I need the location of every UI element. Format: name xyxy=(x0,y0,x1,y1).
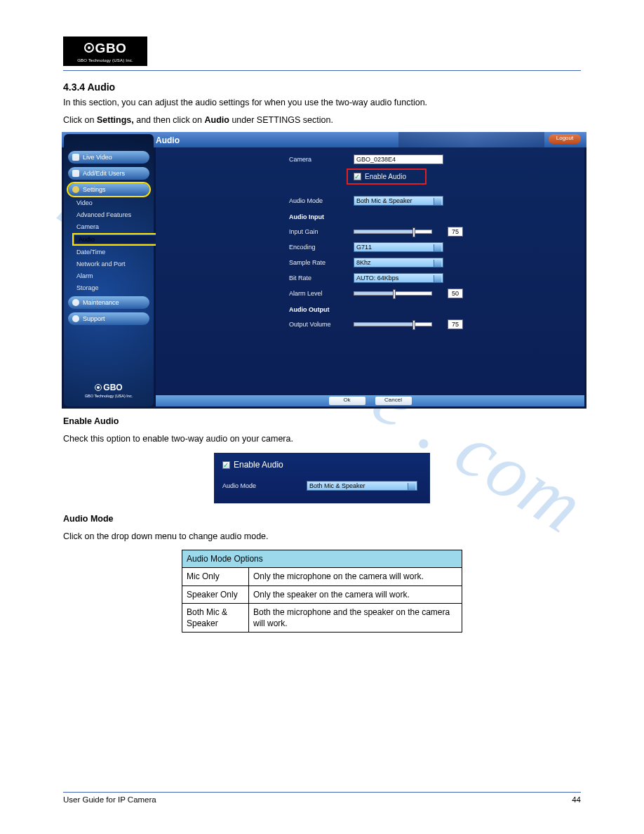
brand-logo: GBO GBO Technology (USA) Inc. xyxy=(63,37,147,66)
footer-title: User Guide for IP Camera xyxy=(63,795,156,806)
sample-rate-select[interactable]: 8Khz xyxy=(354,258,443,267)
output-volume-value[interactable]: 75 xyxy=(448,319,463,329)
table-row: Both Mic & SpeakerBoth the microphone an… xyxy=(182,603,462,632)
subnav-camera[interactable]: Camera xyxy=(76,223,154,231)
alarm-level-value[interactable]: 50 xyxy=(448,289,463,298)
subnav-audio[interactable]: Audio xyxy=(74,234,163,244)
enable-audio-checkbox-small[interactable] xyxy=(222,461,230,469)
content-panel: Camera GBO_0238E4 Enable Audio Audio Mod… xyxy=(156,147,584,406)
logout-button[interactable]: Logout xyxy=(549,134,581,144)
output-volume-slider[interactable] xyxy=(354,322,432,326)
enable-audio-text: Check this option to enable two-way audi… xyxy=(63,433,581,445)
table-header: Audio Mode Options xyxy=(182,550,462,568)
bit-rate-label: Bit Rate xyxy=(289,274,344,282)
nav-settings[interactable]: Settings xyxy=(68,183,149,196)
input-gain-value[interactable]: 75 xyxy=(448,227,463,237)
camera-label: Camera xyxy=(289,155,344,164)
intro-paragraph-1: In this section, you can adjust the audi… xyxy=(63,97,581,109)
audio-mode-select[interactable]: Both Mic & Speaker xyxy=(354,196,443,206)
nav-maintenance[interactable]: Maintenance xyxy=(68,296,149,309)
cancel-button[interactable]: Cancel xyxy=(375,397,412,405)
page-number: 44 xyxy=(572,795,581,806)
bit-rate-select[interactable]: AUTO: 64Kbps xyxy=(354,273,443,283)
subnav-alarm[interactable]: Alarm xyxy=(76,272,154,280)
wrench-icon xyxy=(72,299,79,306)
gear-icon xyxy=(72,186,79,193)
encoding-label: Encoding xyxy=(289,243,344,251)
subnav-network-port[interactable]: Network and Port xyxy=(76,260,154,268)
output-volume-label: Output Volume xyxy=(289,320,344,329)
sidebar: Live Video Add/Edit Users Settings Video… xyxy=(64,134,154,406)
subnav-storage[interactable]: Storage xyxy=(76,284,154,292)
subnav-date-time[interactable]: Date/Time xyxy=(76,248,154,256)
ok-button[interactable]: Ok xyxy=(329,397,365,405)
input-gain-label: Input Gain xyxy=(289,227,344,236)
enable-audio-label-small: Enable Audio xyxy=(234,459,283,470)
audio-mode-text: Click on the drop down menu to change au… xyxy=(63,531,581,543)
sidebar-brand-logo: GBO GBO Technology (USA) Inc. xyxy=(64,382,154,399)
subnav-video[interactable]: Video xyxy=(76,199,154,207)
audio-mode-heading: Audio Mode xyxy=(63,513,581,525)
user-icon xyxy=(72,170,79,177)
audio-mode-label: Audio Mode xyxy=(289,197,344,205)
header-image xyxy=(398,132,544,147)
enable-audio-label: Enable Audio xyxy=(365,172,406,182)
audio-settings-screenshot: Audio Logout Live Video Add/Edit Users S… xyxy=(62,132,586,409)
table-row: Speaker OnlyOnly the speaker on the came… xyxy=(182,585,462,603)
audio-mode-options-table: Audio Mode Options Mic OnlyOnly the micr… xyxy=(182,550,462,633)
audio-output-heading: Audio Output xyxy=(289,305,584,314)
subnav-advanced-features[interactable]: Advanced Features xyxy=(76,211,154,219)
page-footer: User Guide for IP Camera 44 xyxy=(63,788,581,806)
nav-add-edit-users[interactable]: Add/Edit Users xyxy=(68,167,149,180)
audio-mode-select-small[interactable]: Both Mic & Speaker xyxy=(307,481,417,491)
table-row: Mic OnlyOnly the microphone on the camer… xyxy=(182,568,462,585)
nav-support[interactable]: Support xyxy=(68,312,149,325)
alarm-level-slider[interactable] xyxy=(354,291,432,296)
settings-submenu: Video Advanced Features Camera Audio Dat… xyxy=(76,199,154,293)
enable-audio-heading: Enable Audio xyxy=(63,416,581,428)
info-icon xyxy=(72,315,79,322)
sample-rate-label: Sample Rate xyxy=(289,258,344,267)
audio-mode-panel-screenshot: Enable Audio Audio Mode Both Mic & Speak… xyxy=(214,453,430,503)
action-bar: Ok Cancel xyxy=(156,395,584,406)
camera-name-field[interactable]: GBO_0238E4 xyxy=(354,154,443,164)
enable-audio-checkbox[interactable] xyxy=(354,173,361,180)
enable-audio-row: Enable Audio xyxy=(348,170,425,184)
alarm-level-label: Alarm Level xyxy=(289,289,344,298)
footer-rule xyxy=(63,792,581,793)
input-gain-slider[interactable] xyxy=(354,230,432,234)
header-rule xyxy=(63,70,581,71)
page-title: Audio xyxy=(156,135,180,146)
audio-input-heading: Audio Input xyxy=(289,213,584,221)
audio-mode-label-small: Audio Mode xyxy=(222,482,279,490)
encoding-select[interactable]: G711 xyxy=(354,242,443,252)
section-heading: 4.3.4 Audio xyxy=(63,81,581,94)
camera-icon xyxy=(72,154,79,161)
intro-paragraph-2: Click on Settings, and then click on Aud… xyxy=(63,114,581,126)
nav-live-video[interactable]: Live Video xyxy=(68,151,149,164)
